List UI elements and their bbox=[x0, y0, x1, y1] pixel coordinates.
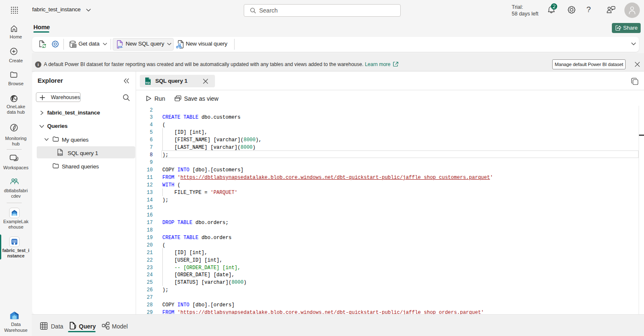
svg-text:SQL: SQL bbox=[58, 153, 63, 155]
svg-text:SQL: SQL bbox=[118, 46, 123, 48]
svg-text:SQL: SQL bbox=[146, 81, 151, 84]
